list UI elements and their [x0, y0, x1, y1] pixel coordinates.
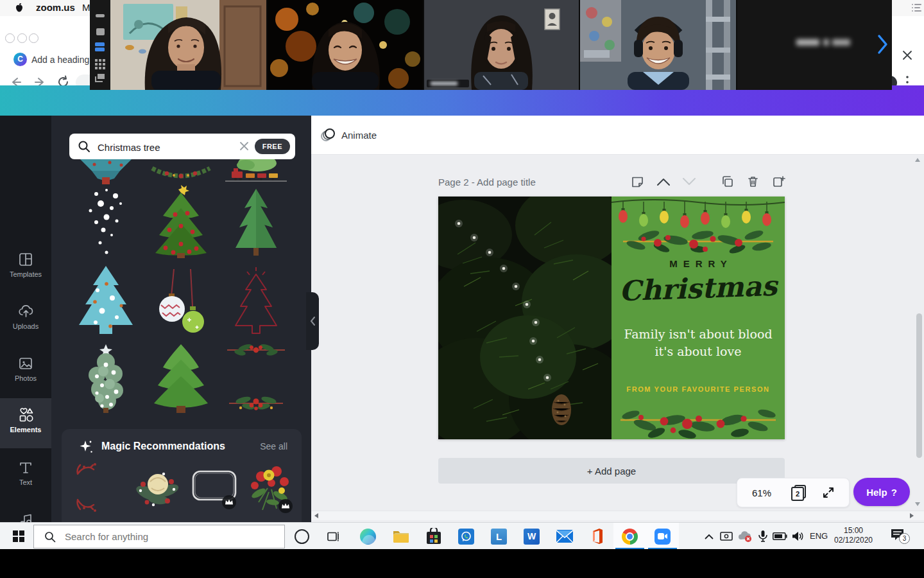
search-result-baubles[interactable] [146, 265, 216, 336]
card-holly-bottom [612, 402, 785, 439]
search-result-tree-train[interactable] [221, 158, 291, 184]
card-merry-text[interactable]: MERRY [612, 258, 785, 269]
tray-clock[interactable]: 15:00 02/12/2020 [832, 526, 875, 545]
menubar-partial-menu[interactable]: M [82, 2, 90, 13]
search-result-teal-tree-clipped[interactable] [71, 158, 141, 185]
tray-microphone-icon[interactable] [755, 523, 771, 550]
window-close-button[interactable] [5, 33, 15, 43]
view-speaker-icon[interactable] [96, 28, 105, 35]
tray-onedrive-error-icon[interactable] [735, 523, 755, 550]
zoom-level[interactable]: 61% [752, 487, 771, 498]
view-gallery-icon[interactable] [95, 59, 105, 69]
card-from-text[interactable]: FROM YOUR FAVOURITE PERSON [612, 385, 785, 393]
magic-thumb-chalk-frame[interactable] [189, 461, 240, 510]
scroll-right-arrow[interactable] [910, 513, 914, 518]
clear-search-icon[interactable] [239, 141, 250, 152]
search-result-teal-dotted-tree[interactable] [71, 265, 141, 335]
taskbar-app-store[interactable] [417, 523, 450, 550]
card-photo-half[interactable] [438, 197, 612, 439]
start-button[interactable] [8, 523, 30, 550]
task-view-button[interactable] [321, 523, 345, 550]
tray-battery-icon[interactable] [770, 523, 789, 550]
taskbar-app-whatsapp[interactable] [450, 523, 483, 550]
duplicate-page-icon[interactable] [721, 175, 734, 188]
search-result-holly-divider[interactable] [221, 342, 291, 358]
search-result-holly-sprig[interactable] [221, 392, 291, 413]
magic-thumb-bouquet[interactable] [243, 457, 296, 516]
taskbar-search-input[interactable] [64, 530, 271, 543]
search-result-pine-tree[interactable] [221, 185, 291, 258]
page-count-icon[interactable]: 2 [791, 485, 805, 500]
magic-thumb-flower[interactable] [130, 457, 186, 515]
page-notes-icon[interactable] [631, 175, 644, 189]
delete-page-icon[interactable] [746, 175, 760, 188]
view-minimal-icon[interactable] [96, 14, 105, 17]
magic-thumb-red-frame[interactable] [73, 457, 126, 515]
search-result-garland[interactable] [146, 159, 216, 184]
taskbar-app-l[interactable]: L [483, 523, 515, 550]
video-tile-participant-5-name-card[interactable] [737, 0, 892, 90]
apple-logo-icon[interactable] [14, 3, 24, 13]
taskbar-app-zoom-active[interactable] [646, 523, 679, 550]
design-card-page[interactable]: MERRY Christmas Family isn't about blood… [438, 197, 785, 439]
window-minimize-button[interactable] [17, 33, 27, 43]
page-title[interactable]: Page 2 - Add page title [438, 177, 536, 188]
search-input[interactable] [96, 134, 234, 161]
strip-next-chevron-icon[interactable] [877, 34, 889, 55]
card-green-half[interactable]: MERRY Christmas Family isn't about blood… [612, 197, 785, 439]
video-tile-participant-4[interactable] [580, 0, 736, 90]
tab-close-icon[interactable] [902, 49, 913, 61]
card-quote-line2[interactable]: it's about love [612, 344, 785, 358]
card-quote-line1[interactable]: Family isn't about blood [612, 327, 785, 341]
menubar-list-icon[interactable] [911, 3, 922, 13]
taskbar-app-mail[interactable] [548, 523, 581, 550]
panel-collapse-flap[interactable] [306, 292, 319, 350]
vertical-scrollbar-thumb[interactable] [916, 313, 922, 458]
sidebar-item-text[interactable]: Text [0, 460, 51, 486]
notification-center-button[interactable]: 3 [891, 529, 910, 544]
tray-chevron-up-icon[interactable] [701, 523, 717, 550]
tray-language[interactable]: ENG [810, 531, 828, 541]
word-icon: W [524, 529, 540, 545]
vscroll-up-arrow[interactable] [915, 158, 920, 162]
animate-button[interactable]: Animate [320, 125, 377, 145]
tray-time: 15:00 [832, 526, 875, 536]
free-filter-badge[interactable]: FREE [255, 139, 290, 154]
browser-tab-title[interactable]: Add a heading [31, 55, 89, 65]
video-tile-participant-3-active-speaker[interactable] [424, 0, 579, 90]
view-pop-out-icon[interactable] [95, 73, 105, 82]
sidebar-item-templates[interactable]: Templates [0, 252, 51, 278]
sidebar-item-uploads[interactable]: Uploads [0, 304, 51, 330]
window-zoom-button[interactable] [29, 33, 38, 43]
sidebar-item-photos[interactable]: Photos [0, 356, 51, 382]
taskbar-app-office[interactable] [581, 523, 613, 550]
search-result-outline-tree[interactable] [221, 265, 291, 336]
taskbar-search-box[interactable] [33, 525, 285, 548]
search-result-frosted-tree[interactable] [71, 340, 141, 413]
fullscreen-icon[interactable] [822, 486, 835, 499]
taskbar-app-word[interactable]: W [515, 523, 548, 550]
sidebar-item-elements[interactable]: Elements [0, 406, 51, 434]
add-page-icon[interactable] [772, 175, 786, 188]
search-result-decorated-tree[interactable] [146, 185, 216, 258]
vscroll-down-arrow[interactable] [915, 502, 920, 506]
card-christmas-text[interactable]: Christmas [612, 269, 785, 307]
help-button[interactable]: Help ? [853, 478, 910, 506]
see-all-link[interactable]: See all [260, 441, 287, 451]
horizontal-scrollbar[interactable] [311, 511, 924, 520]
video-tile-participant-1[interactable] [110, 0, 266, 90]
menubar-app-menu[interactable]: zoom.us [36, 2, 75, 13]
taskbar-app-edge[interactable] [352, 523, 384, 550]
tray-cast-icon[interactable] [717, 523, 735, 550]
search-result-snow[interactable] [71, 186, 141, 258]
add-page-button[interactable]: + Add page [438, 458, 785, 484]
tray-volume-icon[interactable] [788, 523, 807, 550]
cortana-button[interactable] [290, 523, 313, 550]
taskbar-app-explorer[interactable] [384, 523, 417, 550]
move-page-up-icon[interactable] [656, 177, 671, 186]
taskbar-app-chrome-active[interactable] [613, 523, 646, 550]
search-result-layered-tree[interactable] [146, 340, 216, 413]
scroll-left-arrow[interactable] [314, 513, 318, 518]
view-strip-icon-active[interactable] [95, 42, 105, 46]
video-tile-participant-2[interactable] [268, 0, 423, 90]
